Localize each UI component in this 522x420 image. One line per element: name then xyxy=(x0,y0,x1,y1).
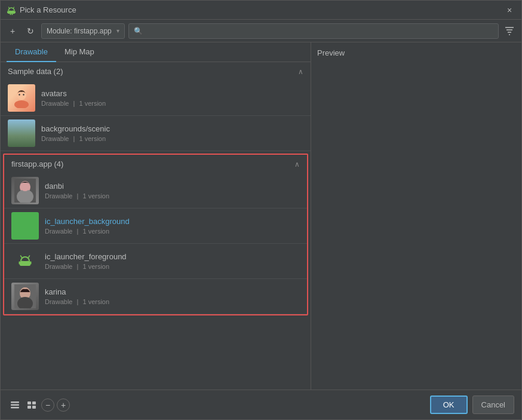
search-icon: 🔍 xyxy=(134,27,143,35)
resource-info: ic_launcher_foreground Drawable | 1 vers… xyxy=(45,252,127,270)
resource-thumbnail xyxy=(11,177,39,204)
svg-rect-36 xyxy=(27,401,31,404)
svg-line-2 xyxy=(9,7,10,9)
svg-rect-28 xyxy=(30,262,32,265)
resource-name: danbi xyxy=(45,182,109,191)
svg-rect-7 xyxy=(10,14,11,15)
green-thumb xyxy=(11,212,39,240)
svg-point-17 xyxy=(23,94,24,95)
resource-thumbnail xyxy=(11,247,39,275)
svg-rect-26 xyxy=(20,261,30,266)
toolbar: + ↻ Module: firstapp.app ▾ 🔍 xyxy=(1,20,521,42)
list-item[interactable]: backgrounds/scenic Drawable | 1 version xyxy=(1,116,311,151)
resource-meta: Drawable | 1 version xyxy=(41,100,106,107)
search-input[interactable] xyxy=(145,27,493,35)
list-item[interactable]: avatars Drawable | 1 version xyxy=(1,81,311,116)
resource-info: ic_launcher_background Drawable | 1 vers… xyxy=(45,217,130,235)
svg-rect-34 xyxy=(11,404,19,406)
android-thumb xyxy=(11,247,39,275)
zoom-in-button[interactable]: + xyxy=(57,398,70,412)
android-icon xyxy=(7,5,16,15)
svg-rect-35 xyxy=(11,407,19,409)
svg-rect-5 xyxy=(7,11,8,13)
section-header-sample-data[interactable]: Sample data (2) ∧ xyxy=(1,62,311,81)
section-title-firstapp: firstapp.app (4) xyxy=(11,160,63,168)
action-buttons: OK Cancel xyxy=(430,396,514,414)
left-panel: Drawable Mip Map Sample data (2) ∧ xyxy=(1,42,311,390)
bottom-bar: − + OK Cancel xyxy=(1,390,521,419)
resource-meta: Drawable | 1 version xyxy=(45,263,127,270)
resource-name: karina xyxy=(45,287,109,296)
resource-meta: Drawable | 1 version xyxy=(45,192,109,200)
ok-button[interactable]: OK xyxy=(430,396,468,414)
svg-point-14 xyxy=(14,100,29,108)
chevron-down-icon: ▾ xyxy=(116,27,119,34)
list-item[interactable]: ic_launcher_foreground Drawable | 1 vers… xyxy=(4,244,307,279)
avatar-thumb xyxy=(8,84,35,112)
resource-thumbnail xyxy=(11,212,39,240)
dialog: Pick a Resource × + ↻ Module: firstapp.a… xyxy=(0,0,522,420)
resource-name: ic_launcher_foreground xyxy=(45,252,127,261)
danbi-thumb xyxy=(11,177,39,204)
module-label: Module: firstapp.app xyxy=(47,27,112,35)
svg-rect-4 xyxy=(8,11,15,14)
resource-meta: Drawable | 1 version xyxy=(41,135,110,142)
cancel-button[interactable]: Cancel xyxy=(472,396,514,414)
list-item[interactable]: danbi Drawable | 1 version xyxy=(4,173,307,209)
resource-info: karina Drawable | 1 version xyxy=(45,287,109,305)
resource-thumbnail xyxy=(8,119,35,147)
svg-line-25 xyxy=(28,256,30,258)
title-bar: Pick a Resource × xyxy=(1,1,521,20)
list-item[interactable]: ic_launcher_background Drawable | 1 vers… xyxy=(4,209,307,244)
tabs: Drawable Mip Map xyxy=(1,42,311,62)
section-header-firstapp[interactable]: firstapp.app (4) ∧ xyxy=(4,155,307,173)
grid-view-button[interactable] xyxy=(24,398,39,412)
svg-rect-27 xyxy=(19,262,20,265)
chevron-up-icon: ∧ xyxy=(298,68,303,76)
scenic-thumb xyxy=(8,119,35,147)
resource-name: avatars xyxy=(41,89,106,98)
search-box[interactable]: 🔍 xyxy=(128,23,499,39)
zoom-out-button[interactable]: − xyxy=(41,398,54,412)
resource-name: backgrounds/scenic xyxy=(41,124,110,133)
view-controls: − + xyxy=(8,398,70,412)
svg-rect-38 xyxy=(27,406,31,409)
resource-info: danbi Drawable | 1 version xyxy=(45,182,109,200)
tab-mipmap[interactable]: Mip Map xyxy=(56,42,103,62)
preview-title: Preview xyxy=(317,48,515,57)
resource-info: avatars Drawable | 1 version xyxy=(41,89,106,107)
dialog-title: Pick a Resource xyxy=(20,5,503,14)
resource-thumbnail xyxy=(11,283,39,310)
svg-rect-39 xyxy=(32,406,36,409)
resource-meta: Drawable | 1 version xyxy=(45,228,130,235)
content-area: Drawable Mip Map Sample data (2) ∧ xyxy=(1,42,521,390)
close-button[interactable]: × xyxy=(503,4,515,16)
list-item[interactable]: karina Drawable | 1 version xyxy=(4,279,307,314)
module-dropdown[interactable]: Module: firstapp.app ▾ xyxy=(41,23,125,39)
svg-rect-8 xyxy=(12,14,13,15)
svg-rect-6 xyxy=(15,11,16,13)
svg-line-24 xyxy=(21,256,23,258)
resource-info: backgrounds/scenic Drawable | 1 version xyxy=(41,124,110,142)
svg-point-16 xyxy=(19,94,20,95)
list-view-button[interactable] xyxy=(8,398,22,412)
section-highlighted-firstapp: firstapp.app (4) ∧ xyxy=(3,154,308,315)
svg-rect-37 xyxy=(32,401,36,404)
svg-rect-33 xyxy=(11,401,19,403)
karina-thumb xyxy=(11,283,39,310)
svg-line-3 xyxy=(13,7,14,9)
refresh-button[interactable]: ↻ xyxy=(23,24,38,38)
chevron-up-icon: ∧ xyxy=(294,160,300,168)
filter-button[interactable] xyxy=(502,24,517,38)
resource-meta: Drawable | 1 version xyxy=(45,298,109,305)
add-button[interactable]: + xyxy=(5,24,20,38)
tab-drawable[interactable]: Drawable xyxy=(7,42,56,62)
resource-name: ic_launcher_background xyxy=(45,217,130,226)
section-title-sample-data: Sample data (2) xyxy=(8,67,63,76)
resource-list: Sample data (2) ∧ xyxy=(1,62,311,390)
resource-thumbnail xyxy=(8,84,35,112)
right-panel: Preview xyxy=(311,42,521,390)
